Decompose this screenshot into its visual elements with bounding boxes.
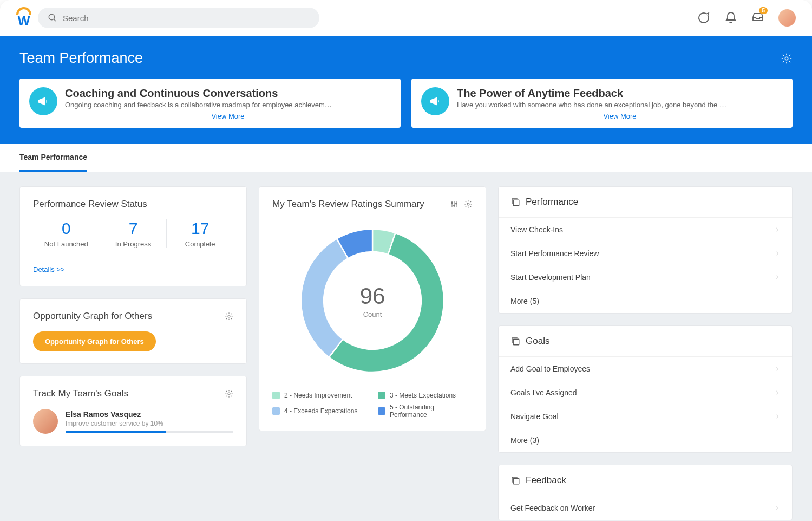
announcement-desc: Ongoing coaching and feedback is a colla… [65, 101, 336, 109]
svg-rect-13 [513, 339, 519, 345]
tab-bar: Team Performance [0, 144, 812, 172]
svg-point-3 [228, 315, 230, 317]
link-label: Goals I've Assigned [510, 388, 577, 397]
link-row[interactable]: Start Development Plan [499, 265, 792, 289]
svg-line-1 [54, 19, 56, 21]
right-panel: PerformanceView Check-InsStart Performan… [498, 186, 793, 521]
windows-icon [510, 197, 520, 207]
link-row[interactable]: Goals I've Assigned [499, 381, 792, 405]
legend-swatch [378, 407, 385, 415]
chevron-right-icon [775, 414, 780, 419]
link-row[interactable]: More (3) [499, 428, 792, 452]
stat-in-progress: 7In Progress [100, 219, 167, 248]
top-bar: W 5 [0, 0, 812, 36]
legend-swatch [378, 392, 385, 399]
legend-item[interactable]: 3 - Meets Expectations [378, 392, 473, 399]
link-row[interactable]: Get Feedback on Worker [499, 496, 792, 520]
gear-icon[interactable] [225, 389, 233, 398]
svg-point-0 [49, 14, 55, 20]
svg-point-10 [456, 203, 457, 204]
section-feedback: FeedbackGet Feedback on Worker [498, 465, 793, 520]
svg-point-4 [228, 393, 230, 395]
announcement-desc: Have you worked with someone who has don… [457, 101, 728, 109]
link-row[interactable]: More (5) [499, 289, 792, 313]
section-header: Performance [499, 187, 792, 218]
hero-banner: Team Performance Coaching and Continuous… [0, 36, 812, 144]
legend-label: 5 - Outstanding Performance [390, 403, 473, 419]
card-title: Track My Team's Goals [33, 388, 128, 399]
chevron-right-icon [775, 366, 780, 372]
legend-item[interactable]: 5 - Outstanding Performance [378, 403, 473, 419]
link-label: Navigate Goal [510, 412, 559, 421]
workday-logo[interactable]: W [16, 7, 31, 29]
person-name: Elsa Ramos Vasquez [66, 410, 233, 419]
track-team-goals-card: Track My Team's Goals Elsa Ramos Vasquez… [19, 376, 247, 446]
donut-total: 96 [360, 283, 385, 309]
person-avatar [33, 409, 58, 434]
search-box[interactable] [38, 8, 319, 28]
svg-rect-12 [513, 200, 519, 206]
section-goals: GoalsAdd Goal to EmployeesGoals I've Ass… [498, 325, 793, 453]
link-label: View Check-Ins [510, 225, 563, 234]
tab-team-performance[interactable]: Team Performance [19, 144, 87, 172]
link-label: Start Development Plan [510, 273, 591, 282]
link-label: Get Feedback on Worker [510, 504, 595, 512]
card-title: My Team's Review Ratings Summary [272, 199, 424, 210]
user-avatar[interactable] [778, 9, 796, 27]
link-label: More (5) [510, 297, 539, 305]
gear-icon[interactable] [781, 53, 793, 64]
legend-swatch [272, 392, 280, 399]
opportunity-graph-card: Opportunity Graph for Others Opportunity… [19, 298, 247, 364]
svg-rect-14 [513, 478, 519, 484]
search-input[interactable] [63, 14, 310, 23]
gear-icon[interactable] [225, 312, 233, 321]
section-performance: PerformanceView Check-InsStart Performan… [498, 186, 793, 314]
megaphone-icon [29, 87, 57, 115]
ratings-summary-card: My Team's Review Ratings Summary 96 Coun… [259, 186, 486, 431]
legend-label: 2 - Needs Improvement [284, 392, 352, 399]
link-row[interactable]: Add Goal to Employees [499, 357, 792, 381]
link-label: Add Goal to Employees [510, 364, 590, 373]
announcement-title: Coaching and Continuous Conversations [65, 87, 278, 100]
legend-item[interactable]: 4 - Exceeds Expectations [272, 403, 367, 419]
chevron-right-icon [775, 390, 780, 395]
chat-icon[interactable] [697, 11, 710, 24]
stat-complete: 17Complete [167, 219, 233, 248]
sliders-icon[interactable] [450, 200, 459, 209]
view-more-link[interactable]: View More [603, 112, 636, 120]
inbox-badge: 5 [759, 7, 768, 14]
details-link[interactable]: Details >> [33, 265, 65, 273]
inbox-icon[interactable]: 5 [751, 10, 764, 25]
svg-point-2 [785, 57, 788, 60]
goal-description: Improve customer service by 10% [66, 420, 233, 427]
svg-point-9 [454, 205, 455, 206]
link-label: More (3) [510, 436, 539, 445]
link-row[interactable]: Navigate Goal [499, 405, 792, 428]
card-title: Performance Review Status [33, 199, 147, 210]
link-row[interactable]: Start Performance Review [499, 242, 792, 265]
legend-label: 4 - Exceeds Expectations [284, 407, 357, 415]
legend-item[interactable]: 2 - Needs Improvement [272, 392, 367, 399]
bell-icon[interactable] [724, 11, 737, 24]
gear-icon[interactable] [464, 200, 473, 209]
performance-review-status-card: Performance Review Status 0Not Launched … [19, 186, 247, 286]
windows-icon [510, 476, 520, 485]
megaphone-icon [421, 87, 449, 115]
donut-chart: 96 Count [291, 219, 454, 382]
svg-point-11 [467, 203, 469, 205]
link-label: Start Performance Review [510, 249, 599, 258]
announcement-title: The Power of Anytime Feedback [457, 87, 623, 100]
announcement-card: Coaching and Continuous Conversations On… [19, 79, 401, 128]
chevron-right-icon [775, 227, 780, 232]
section-header: Goals [499, 326, 792, 357]
card-title: Opportunity Graph for Others [33, 311, 152, 322]
opportunity-graph-button[interactable]: Opportunity Graph for Others [33, 331, 156, 351]
chevron-right-icon [775, 275, 780, 280]
progress-bar [66, 431, 233, 433]
link-row[interactable]: View Check-Ins [499, 218, 792, 242]
legend-label: 3 - Meets Expectations [390, 392, 456, 399]
search-icon [48, 13, 57, 23]
goal-row[interactable]: Elsa Ramos Vasquez Improve customer serv… [33, 409, 233, 434]
chart-legend: 2 - Needs Improvement3 - Meets Expectati… [272, 392, 473, 419]
view-more-link[interactable]: View More [211, 112, 244, 120]
